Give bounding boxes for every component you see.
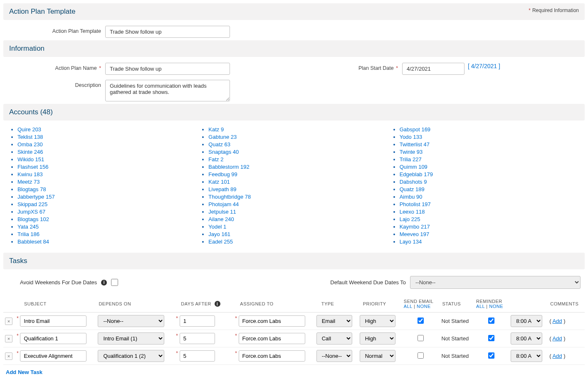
account-link[interactable]: JumpXS 67 <box>17 208 198 215</box>
checkbox-reminder[interactable] <box>488 318 494 324</box>
account-link[interactable]: Photolist 197 <box>400 200 581 208</box>
checkbox-reminder[interactable] <box>488 335 494 341</box>
input-days-after[interactable] <box>180 350 215 362</box>
input-plan-name[interactable] <box>105 63 230 75</box>
link-start-date-today[interactable]: [ 4/27/2021 ] <box>468 63 500 69</box>
account-link[interactable]: Quatz 63 <box>208 140 389 148</box>
account-link[interactable]: Dabshots 9 <box>400 178 581 185</box>
link-sendemail-all[interactable]: ALL <box>404 304 413 309</box>
account-link[interactable]: Flashset 156 <box>17 163 198 170</box>
account-link[interactable]: Layo 134 <box>400 238 581 245</box>
account-link[interactable]: Eadel 255 <box>208 238 389 245</box>
link-add-comment[interactable]: Add <box>552 353 562 359</box>
account-link[interactable]: Teklist 138 <box>17 133 198 140</box>
account-link[interactable]: Photojam 44 <box>208 200 389 208</box>
account-link[interactable]: Ailane 240 <box>208 215 389 223</box>
account-link[interactable]: Kwinu 183 <box>17 170 198 178</box>
link-sendemail-none[interactable]: NONE <box>417 304 431 309</box>
checkbox-send-email[interactable] <box>418 318 424 324</box>
account-link[interactable]: Fatz 2 <box>208 155 389 163</box>
account-link[interactable]: Babbleset 84 <box>17 238 198 245</box>
select-type[interactable]: Call <box>316 332 352 345</box>
header-information: Information <box>3 40 585 57</box>
input-description[interactable] <box>105 80 230 101</box>
account-link[interactable]: Jabbertype 157 <box>17 193 198 200</box>
input-assigned-to[interactable] <box>239 350 305 362</box>
account-link[interactable]: Wikido 151 <box>17 155 198 163</box>
select-depends-on[interactable]: Intro Email (1) <box>98 332 164 345</box>
select-reminder-time[interactable]: 8:00 AM <box>511 315 542 327</box>
checkbox-send-email[interactable] <box>418 335 424 341</box>
input-assigned-to[interactable] <box>239 333 305 344</box>
delete-row-button[interactable]: × <box>5 318 12 325</box>
account-link[interactable]: Twinte 93 <box>400 148 581 155</box>
account-link[interactable]: Yata 245 <box>17 223 198 230</box>
delete-row-button[interactable]: × <box>5 335 12 342</box>
info-icon[interactable]: i <box>215 301 220 307</box>
select-reminder-time[interactable]: 8:00 AM <box>511 350 542 362</box>
account-link[interactable]: Kaymbo 217 <box>400 223 581 230</box>
account-link[interactable]: Lajo 225 <box>400 215 581 223</box>
input-subject[interactable] <box>20 350 86 362</box>
account-link[interactable]: Blogtags 78 <box>17 185 198 193</box>
account-link[interactable]: Quatz 189 <box>400 185 581 193</box>
select-depends-on[interactable]: Qualification 1 (2) <box>98 350 164 362</box>
select-reminder-time[interactable]: 8:00 AM <box>511 332 542 345</box>
col-type: TYPE <box>315 295 358 313</box>
account-link[interactable]: Omba 230 <box>17 140 198 148</box>
account-link[interactable]: Babblestorm 192 <box>208 163 389 170</box>
checkbox-avoid-weekends[interactable] <box>111 279 118 286</box>
account-link[interactable]: Leexo 118 <box>400 208 581 215</box>
account-link[interactable]: Feedbug 99 <box>208 170 389 178</box>
account-link[interactable]: Meetz 73 <box>17 178 198 185</box>
required-star-icon: * <box>16 350 19 356</box>
checkbox-reminder[interactable] <box>488 352 494 359</box>
select-priority[interactable]: High <box>360 315 395 327</box>
link-reminder-all[interactable]: ALL <box>476 304 485 309</box>
link-add-comment[interactable]: Add <box>552 335 562 342</box>
select-priority[interactable]: Normal <box>360 350 395 362</box>
input-days-after[interactable] <box>180 315 215 327</box>
account-link[interactable]: Katz 101 <box>208 178 389 185</box>
account-link[interactable]: Edgeblab 179 <box>400 170 581 178</box>
select-depends-on[interactable]: --None-- <box>98 315 164 327</box>
link-add-new-task[interactable]: Add New Task <box>3 365 45 379</box>
account-link[interactable]: Jetpulse 11 <box>208 208 389 215</box>
status-text: Not Started <box>441 318 469 324</box>
account-link[interactable]: Quire 203 <box>17 126 198 133</box>
account-link[interactable]: Katz 9 <box>208 126 389 133</box>
account-link[interactable]: Jayo 161 <box>208 230 389 238</box>
input-subject[interactable] <box>20 333 86 344</box>
account-link[interactable]: Livepath 89 <box>208 185 389 193</box>
link-reminder-none[interactable]: NONE <box>489 304 503 309</box>
account-link[interactable]: Aimbu 90 <box>400 193 581 200</box>
required-star-icon: * <box>98 65 101 71</box>
select-type[interactable]: --None-- <box>316 350 352 362</box>
input-action-plan-template[interactable] <box>105 26 230 38</box>
select-priority[interactable]: High <box>360 332 395 345</box>
account-link[interactable]: Meeveo 197 <box>400 230 581 238</box>
account-link[interactable]: Twitterlist 47 <box>400 140 581 148</box>
account-link[interactable]: Trilia 227 <box>400 155 581 163</box>
account-link[interactable]: Blogtags 102 <box>17 215 198 223</box>
delete-row-button[interactable]: × <box>5 352 12 360</box>
account-link[interactable]: Quimm 109 <box>400 163 581 170</box>
input-assigned-to[interactable] <box>239 315 305 327</box>
input-days-after[interactable] <box>180 333 215 344</box>
account-link[interactable]: Yodel 1 <box>208 223 389 230</box>
account-link[interactable]: Skinte 246 <box>17 148 198 155</box>
account-link[interactable]: Yodo 133 <box>400 133 581 140</box>
info-icon[interactable]: i <box>101 280 107 286</box>
input-start-date[interactable] <box>402 63 464 75</box>
account-link[interactable]: Trilia 186 <box>17 230 198 238</box>
select-default-weekend[interactable]: --None-- <box>410 276 581 289</box>
select-type[interactable]: Email <box>316 315 352 327</box>
account-link[interactable]: Thoughtbridge 78 <box>208 193 389 200</box>
account-link[interactable]: Gabtune 23 <box>208 133 389 140</box>
link-add-comment[interactable]: Add <box>552 318 562 324</box>
account-link[interactable]: Gabspot 169 <box>400 126 581 133</box>
account-link[interactable]: Skippad 225 <box>17 200 198 208</box>
account-link[interactable]: Snaptags 40 <box>208 148 389 155</box>
input-subject[interactable] <box>20 315 86 327</box>
checkbox-send-email[interactable] <box>418 352 424 359</box>
